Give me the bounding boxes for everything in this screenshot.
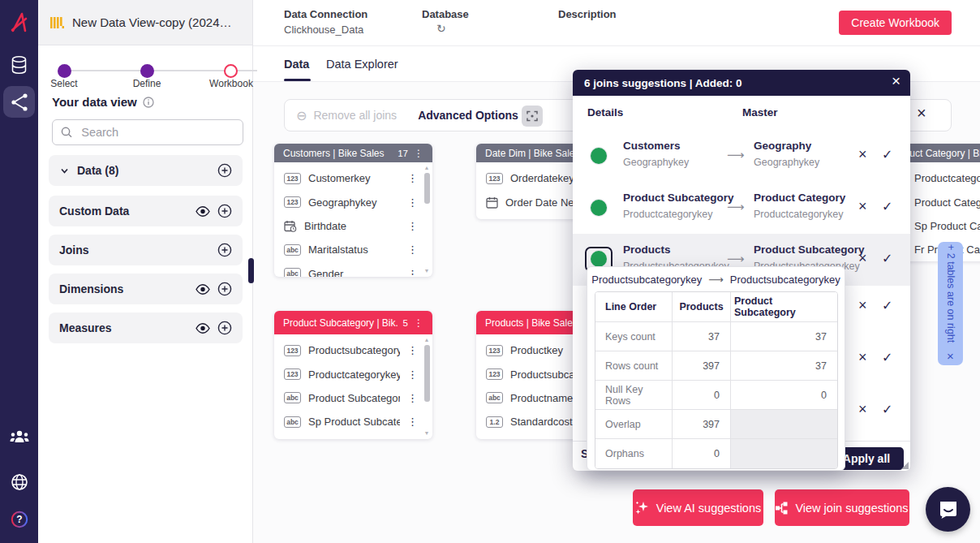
- scroll-up-icon[interactable]: ▲: [424, 165, 430, 170]
- add-icon[interactable]: [217, 163, 232, 178]
- data-model-tool-active[interactable]: [3, 86, 35, 118]
- field-menu-icon[interactable]: ⋮: [407, 172, 418, 184]
- field-row[interactable]: 123Geographykey⋮: [274, 190, 432, 213]
- table-card-header[interactable]: Customers | Bike Sales 17 ⋮: [274, 144, 432, 162]
- table-card-customers[interactable]: Customers | Bike Sales 17 ⋮ 123Customerk…: [274, 144, 432, 277]
- users-icon[interactable]: [0, 429, 38, 445]
- accept-join-icon[interactable]: ✓: [882, 199, 892, 214]
- close-suggestions-icon[interactable]: ×: [917, 104, 926, 123]
- eye-icon[interactable]: [196, 206, 210, 217]
- sidebar-section-data[interactable]: Data (8): [49, 155, 243, 186]
- reject-join-icon[interactable]: ×: [858, 250, 867, 267]
- eye-icon[interactable]: [196, 284, 210, 295]
- step-workbook-dot[interactable]: [224, 64, 238, 78]
- step-workbook-label: Workbook: [209, 78, 253, 89]
- sidebar-section-joins[interactable]: Joins: [49, 235, 243, 265]
- field-menu-icon[interactable]: ⋮: [407, 392, 418, 404]
- join-suggestion-row[interactable]: Product Subcategory Productcategorykey ⟶…: [573, 182, 910, 234]
- view-join-suggestions-button[interactable]: View join suggestions: [775, 489, 909, 526]
- fit-view-button[interactable]: [522, 106, 543, 127]
- stats-from-key: Productsubcategorykey: [591, 274, 702, 286]
- reject-join-icon[interactable]: ×: [858, 198, 867, 215]
- app-logo[interactable]: [0, 10, 38, 34]
- field-row[interactable]: abcSp Product Subcateg...⋮: [274, 410, 432, 433]
- field-menu-icon[interactable]: ⋮: [407, 268, 418, 277]
- accept-join-icon[interactable]: ✓: [882, 350, 892, 365]
- remove-all-joins-button[interactable]: ⊖ Remove all joins: [296, 108, 397, 123]
- dialog-resize-handle[interactable]: [901, 462, 909, 469]
- eye-icon[interactable]: [196, 323, 210, 334]
- dismiss-tag-icon[interactable]: ×: [947, 349, 954, 363]
- table-menu-icon[interactable]: ⋮: [414, 148, 423, 159]
- sidebar-section-dimensions[interactable]: Dimensions: [49, 274, 243, 304]
- section-label: Dimensions: [59, 282, 188, 295]
- field-menu-icon[interactable]: ⋮: [407, 368, 418, 381]
- reject-join-icon[interactable]: ×: [858, 297, 867, 314]
- field-menu-icon[interactable]: ⋮: [407, 344, 418, 356]
- sidebar-section-custom-data[interactable]: Custom Data: [49, 196, 243, 226]
- stats-value: 0: [673, 381, 731, 410]
- field-row[interactable]: abcMaritalstatus⋮: [274, 238, 432, 261]
- accept-join-icon[interactable]: ✓: [882, 298, 892, 313]
- add-icon[interactable]: [217, 204, 232, 218]
- view-ai-suggestions-button[interactable]: View AI suggestions: [633, 489, 763, 526]
- refresh-icon[interactable]: ↻: [422, 24, 469, 34]
- step-define-dot[interactable]: [140, 64, 154, 78]
- chat-widget-button[interactable]: [926, 487, 970, 532]
- dialog-header[interactable]: 6 joins suggestions | Added: 0 ×: [573, 70, 910, 96]
- tab-data[interactable]: Data: [284, 58, 309, 71]
- accept-join-icon[interactable]: ✓: [882, 251, 892, 266]
- join-suggestion-row[interactable]: Customers Geographykey ⟶ Geography Geogr…: [573, 130, 910, 182]
- field-row[interactable]: abcProduct Subcategory⋮: [274, 386, 432, 410]
- stats-value-empty: [731, 410, 837, 439]
- add-icon[interactable]: [217, 282, 232, 296]
- field-row[interactable]: abcFr Product Subcat...⋮: [274, 434, 432, 439]
- reject-join-icon[interactable]: ×: [858, 349, 867, 366]
- field-row[interactable]: Birthdate⋮: [274, 214, 432, 238]
- tab-data-explorer[interactable]: Data Explorer: [326, 58, 398, 71]
- add-icon[interactable]: [217, 321, 232, 335]
- reject-join-icon[interactable]: ×: [858, 401, 867, 418]
- search-input[interactable]: [80, 125, 234, 140]
- accept-join-icon[interactable]: ✓: [882, 147, 892, 162]
- advanced-options-button[interactable]: Advanced Options ▾: [418, 109, 527, 122]
- field-menu-icon[interactable]: ⋮: [407, 220, 418, 232]
- sidebar-section-measures[interactable]: Measures: [49, 312, 243, 343]
- chevron-down-icon[interactable]: [59, 166, 70, 176]
- data-sources-icon[interactable]: [0, 55, 38, 75]
- help-icon[interactable]: ?: [0, 510, 38, 529]
- globe-icon[interactable]: [0, 472, 38, 492]
- text-type-icon: abc: [486, 392, 503, 403]
- close-icon[interactable]: ×: [892, 72, 900, 90]
- scroll-up-icon[interactable]: ▲: [424, 337, 430, 343]
- create-workbook-button[interactable]: Create Workbook: [839, 11, 952, 35]
- sidebar-search[interactable]: [52, 119, 243, 145]
- add-icon[interactable]: [217, 243, 232, 257]
- remove-circle-icon: ⊖: [296, 108, 307, 123]
- accept-join-icon[interactable]: ✓: [882, 402, 892, 417]
- data-view-title-bar[interactable]: New Data View-copy (2024…: [38, 0, 252, 45]
- stats-col-header: Product Subcategory: [731, 292, 837, 322]
- table-card-header[interactable]: Product Subcategory | Bik... 5 ⋮: [274, 311, 432, 334]
- table-menu-icon[interactable]: ⋮: [414, 317, 423, 329]
- search-icon: [61, 126, 72, 139]
- join-status-dot: [591, 200, 607, 216]
- step-select-dot[interactable]: [58, 64, 71, 78]
- tables-overflow-tag[interactable]: + 2 tables are on right ×: [938, 242, 963, 365]
- field-row[interactable]: abcGender⋮: [274, 262, 432, 277]
- field-row[interactable]: 123Customerkey⋮: [274, 166, 432, 190]
- detail-key: Geographykey: [623, 157, 689, 168]
- field-menu-icon[interactable]: ⋮: [407, 196, 418, 209]
- field-menu-icon[interactable]: ⋮: [407, 243, 418, 256]
- panel-resize-handle[interactable]: [248, 258, 254, 283]
- scroll-thumb[interactable]: [424, 345, 430, 402]
- table-card-product-subcategory[interactable]: Product Subcategory | Bik... 5 ⋮ 123Prod…: [274, 311, 432, 439]
- scroll-down-icon[interactable]: ▼: [424, 430, 430, 436]
- info-icon[interactable]: [143, 97, 154, 108]
- scroll-thumb[interactable]: [424, 173, 430, 204]
- scroll-down-icon[interactable]: ▼: [424, 268, 430, 274]
- field-row[interactable]: 123Productcategorykey⋮: [274, 362, 432, 386]
- field-row[interactable]: 123Productsubcategory...⋮: [274, 338, 432, 362]
- reject-join-icon[interactable]: ×: [858, 146, 867, 163]
- field-menu-icon[interactable]: ⋮: [407, 416, 418, 428]
